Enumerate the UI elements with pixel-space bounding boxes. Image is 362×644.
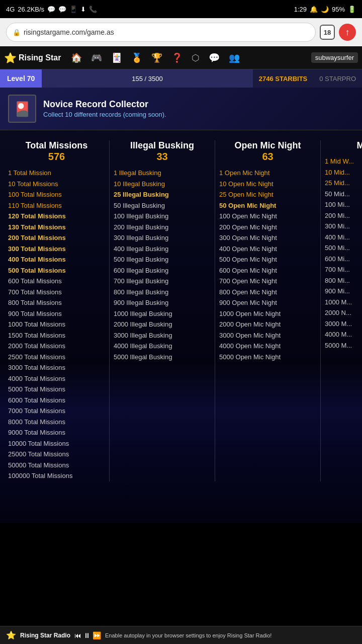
upload-button[interactable]: ↑: [339, 24, 356, 41]
mission-item[interactable]: 3000 Total Missions: [8, 362, 105, 373]
mission-item[interactable]: 1500 Total Missions: [8, 330, 105, 341]
mission-item[interactable]: 800 Total Missions: [8, 297, 105, 308]
mission-item[interactable]: 10000 Total Missions: [8, 438, 105, 449]
mission-item[interactable]: 1000 Illegal Busking: [114, 308, 211, 319]
mission-item[interactable]: 800 Open Mic Night: [219, 287, 316, 298]
mission-item[interactable]: 1000 Open Mic Night: [219, 308, 316, 319]
mission-item[interactable]: 3000 Illegal Busking: [114, 330, 211, 341]
mission-item[interactable]: 2000 Total Missions: [8, 341, 105, 352]
mission-item[interactable]: 600 Open Mic Night: [219, 265, 316, 276]
mission-item[interactable]: 50 Illegal Busking: [114, 200, 211, 211]
mission-item[interactable]: 3000 Open Mic Night: [219, 330, 316, 341]
mission-item[interactable]: 100 Open Mic Night: [219, 211, 316, 222]
mission-item[interactable]: 4000 M...: [325, 329, 362, 340]
mission-item[interactable]: 4000 Open Mic Night: [219, 341, 316, 352]
mission-item[interactable]: 200 Open Mic Night: [219, 222, 316, 233]
mission-item[interactable]: 200 Total Missions: [8, 232, 105, 244]
mission-item[interactable]: 25 Open Mic Night: [219, 189, 316, 200]
cards-icon[interactable]: 🃏: [108, 50, 125, 65]
mission-item[interactable]: 700 Total Missions: [8, 287, 105, 298]
mission-item[interactable]: 7000 Total Missions: [8, 406, 105, 417]
mission-item[interactable]: 50000 Total Missions: [8, 460, 105, 471]
mission-item[interactable]: 3000 M...: [325, 318, 362, 330]
mission-item[interactable]: 1000 M...: [325, 297, 362, 308]
mission-item[interactable]: 8000 Total Missions: [8, 417, 105, 428]
mission-item[interactable]: 400 Open Mic Night: [219, 244, 316, 255]
mission-item[interactable]: 1000 Total Missions: [8, 319, 105, 330]
mission-item[interactable]: 300 Total Missions: [8, 244, 105, 255]
mission-item[interactable]: 5000 Open Mic Night: [219, 352, 316, 363]
prev-icon[interactable]: ⏮: [74, 631, 81, 639]
mission-item[interactable]: 300 Mi...: [325, 221, 362, 232]
next-icon[interactable]: ⏩: [93, 631, 101, 639]
mission-item[interactable]: 400 Illegal Busking: [114, 244, 211, 255]
mission-item[interactable]: 700 Illegal Busking: [114, 276, 211, 287]
url-bar[interactable]: 🔒 risingstargame.com/game.as: [6, 23, 316, 42]
mission-item[interactable]: 600 Illegal Busking: [114, 265, 211, 276]
mission-item[interactable]: 25 Mid...: [325, 178, 362, 189]
mission-item[interactable]: 500 Illegal Busking: [114, 254, 211, 265]
mission-item[interactable]: 300 Illegal Busking: [114, 232, 211, 244]
mission-item[interactable]: 50 Open Mic Night: [219, 200, 316, 211]
mission-item[interactable]: 110 Total Missions: [8, 200, 105, 211]
achievements-icon[interactable]: 🏅: [128, 50, 145, 65]
mission-item[interactable]: 600 Mi...: [325, 254, 362, 265]
mission-item[interactable]: 400 Mi...: [325, 232, 362, 243]
mission-item[interactable]: 100 Total Missions: [8, 189, 105, 200]
mission-item[interactable]: 1 Mid W...: [325, 156, 362, 167]
mission-item[interactable]: 6000 Total Missions: [8, 395, 105, 406]
mission-item[interactable]: 500 Mi...: [325, 243, 362, 254]
mission-item[interactable]: 9000 Total Missions: [8, 427, 105, 438]
hive-icon[interactable]: ⬡: [189, 50, 203, 65]
pause-icon[interactable]: ⏸: [83, 631, 90, 639]
mission-item[interactable]: 5000 M...: [325, 340, 362, 351]
mission-item[interactable]: 130 Total Missions: [8, 222, 105, 233]
trophy-icon[interactable]: 🏆: [148, 50, 165, 65]
mission-item[interactable]: 5000 Total Missions: [8, 384, 105, 395]
mission-item[interactable]: 800 Illegal Busking: [114, 287, 211, 298]
mission-item[interactable]: 400 Total Missions: [8, 254, 105, 265]
username-area[interactable]: subwaysurfer: [311, 52, 358, 63]
mission-item[interactable]: 10 Mid...: [325, 167, 362, 178]
mission-item[interactable]: 700 Open Mic Night: [219, 276, 316, 287]
mission-item[interactable]: 500 Total Missions: [8, 265, 105, 276]
mission-item[interactable]: 4000 Total Missions: [8, 373, 105, 384]
mission-item[interactable]: 600 Total Missions: [8, 276, 105, 287]
radio-controls[interactable]: ⏮ ⏸ ⏩: [74, 631, 101, 639]
mission-item[interactable]: 120 Total Missions: [8, 211, 105, 222]
mission-item[interactable]: 1 Total Mission: [8, 168, 105, 179]
mission-item[interactable]: 2000 Open Mic Night: [219, 319, 316, 330]
discord-icon[interactable]: 💬: [206, 50, 223, 65]
mission-item[interactable]: 500 Open Mic Night: [219, 254, 316, 265]
mission-item[interactable]: 4000 Illegal Busking: [114, 341, 211, 352]
mission-item[interactable]: 100 Illegal Busking: [114, 211, 211, 222]
mission-item[interactable]: 900 Total Missions: [8, 308, 105, 319]
mission-item[interactable]: 100000 Total Missions: [8, 470, 105, 481]
mission-item[interactable]: 100 Mi...: [325, 199, 362, 210]
mission-item[interactable]: 200 Mi...: [325, 210, 362, 221]
mission-item[interactable]: 25 Illegal Busking: [114, 189, 211, 200]
mission-item[interactable]: 700 Mi...: [325, 264, 362, 275]
mission-item[interactable]: 2500 Total Missions: [8, 352, 105, 363]
mission-item[interactable]: 900 Open Mic Night: [219, 297, 316, 308]
home-icon[interactable]: 🏠: [68, 50, 85, 65]
mission-item[interactable]: 1 Illegal Busking: [114, 168, 211, 179]
mission-item[interactable]: 2000 Illegal Busking: [114, 319, 211, 330]
mission-item[interactable]: 2000 N...: [325, 307, 362, 318]
mission-item[interactable]: 200 Illegal Busking: [114, 222, 211, 233]
mission-item[interactable]: 900 Illegal Busking: [114, 297, 211, 308]
mission-item[interactable]: 900 Mi...: [325, 286, 362, 297]
tab-count-badge[interactable]: 18: [320, 25, 335, 40]
mission-item[interactable]: 50 Mid...: [325, 189, 362, 200]
help-icon[interactable]: ❓: [168, 50, 186, 65]
mission-item[interactable]: 10 Total Missions: [8, 179, 105, 190]
mission-item[interactable]: 5000 Illegal Busking: [114, 352, 211, 363]
mission-item[interactable]: 1 Open Mic Night: [219, 168, 316, 179]
game-icon[interactable]: 🎮: [88, 50, 105, 65]
mission-item[interactable]: 800 Mi...: [325, 275, 362, 286]
mission-item[interactable]: 300 Open Mic Night: [219, 232, 316, 244]
mission-item[interactable]: 10 Illegal Busking: [114, 179, 211, 190]
facebook-icon[interactable]: 👥: [226, 50, 243, 65]
mission-item[interactable]: 25000 Total Missions: [8, 449, 105, 460]
mission-item[interactable]: 10 Open Mic Night: [219, 179, 316, 190]
